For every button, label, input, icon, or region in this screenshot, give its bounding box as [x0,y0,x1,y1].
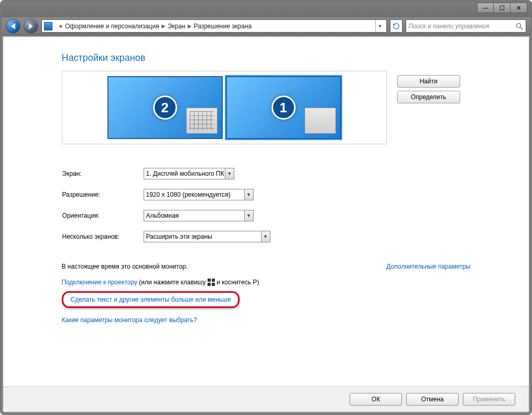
search-input[interactable]: Поиск в панели управления [406,19,526,33]
projector-hint: (или нажмите клавишу [139,279,208,286]
orientation-select[interactable]: Альбомная ▼ [144,210,254,221]
forward-button[interactable] [24,19,38,34]
window-thumbnail-icon [305,108,336,134]
detect-button[interactable]: Найти [397,75,460,88]
minimize-button[interactable]: — [477,3,494,13]
close-button[interactable]: ✕ [511,3,527,13]
advanced-settings-link[interactable]: Дополнительные параметры [386,263,470,270]
orientation-label: Ориентация: [62,209,143,222]
breadcrumb[interactable]: ◄ Оформление и персонализация ▶ Экран ▶ … [41,19,387,33]
monitor-number: 1 [272,95,296,120]
back-button[interactable] [6,19,20,34]
search-icon [515,22,524,30]
chevron-right-icon: ▶ [188,23,192,29]
monitor-number: 2 [153,95,177,120]
breadcrumb-item[interactable]: Оформление и персонализация [65,23,159,30]
control-panel-icon [44,22,52,30]
chevron-down-icon: ▼ [244,210,253,221]
ok-button[interactable]: ОК [350,393,402,406]
multiple-displays-select-value: Расширить эти экраны [146,233,212,240]
display-arrangement[interactable]: 2 1 [62,71,387,144]
monitor-2[interactable]: 2 [107,76,223,139]
command-bar: ОК Отмена Применить [3,386,529,412]
display-select-value: 1. Дисплей мобильного ПК [146,170,224,177]
display-select[interactable]: 1. Дисплей мобильного ПК ▼ [144,168,234,179]
history-dropdown[interactable]: ▼ [375,20,384,32]
windows-key-icon [208,279,215,286]
window-thumbnail-icon [186,108,218,134]
resize-text-link[interactable]: Сделать текст и другие элементы больше и… [71,296,231,303]
refresh-icon [393,23,400,30]
svg-point-0 [517,23,521,27]
multiple-displays-select[interactable]: Расширить эти экраны ▼ [144,231,270,242]
orientation-select-value: Альбомная [146,212,179,219]
multiple-displays-label: Несколько экранов: [62,230,143,243]
projector-link[interactable]: Подключение к проектору [62,279,138,286]
title-bar: — ☐ ✕ [2,2,530,17]
maximize-button[interactable]: ☐ [494,3,511,13]
projector-hint: и коснитесь P) [216,279,259,286]
breadcrumb-item[interactable]: Разрешение экрана [194,23,252,30]
page-title: Настройки экранов [62,52,471,63]
apply-button: Применить [463,393,515,406]
resolution-select-value: 1920 x 1080 (рекомендуется) [146,191,231,198]
svg-line-1 [520,27,523,29]
main-display-status: В настоящее время это основной монитор. [62,263,188,270]
chevron-down-icon: ▼ [261,231,270,242]
search-placeholder: Поиск в панели управления [408,23,490,30]
breadcrumb-item[interactable]: Экран [168,23,186,30]
monitor-1[interactable]: 1 [226,76,341,139]
chevron-down-icon: ▼ [244,189,253,200]
which-settings-link[interactable]: Какие параметры монитора следует выбрать… [62,316,198,324]
display-label: Экран: [62,167,143,180]
navigation-bar: ◄ Оформление и персонализация ▶ Экран ▶ … [2,17,530,35]
chevron-left-icon: ◄ [58,23,63,29]
chevron-down-icon: ▼ [225,168,234,179]
resolution-label: Разрешение: [62,188,143,201]
identify-button[interactable]: Определить [397,91,460,103]
chevron-right-icon: ▶ [161,23,166,29]
cancel-button[interactable]: Отмена [406,393,459,406]
resolution-select[interactable]: 1920 x 1080 (рекомендуется) ▼ [144,189,254,200]
refresh-button[interactable] [390,19,403,33]
highlight-annotation: Сделать текст и другие элементы больше и… [62,291,240,308]
